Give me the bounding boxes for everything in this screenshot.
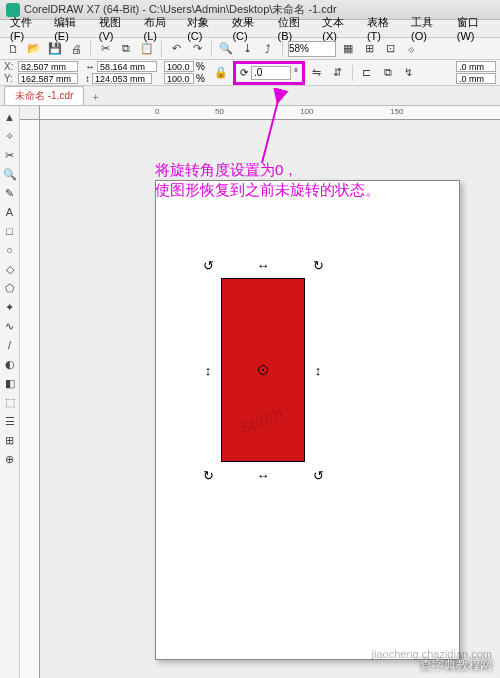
ellipse-tool-icon[interactable]: ○ [1, 241, 19, 259]
height-icon: ↕ [85, 73, 90, 84]
tool-icon[interactable]: ▦ [339, 40, 357, 58]
rotate-icon: ⟳ [240, 67, 248, 78]
scale-group: % % [164, 61, 205, 84]
pct-label: % [196, 73, 205, 84]
mirror-h-icon[interactable]: ⇋ [308, 64, 326, 82]
ruler-tick: 150 [390, 107, 403, 116]
paste-icon[interactable]: 📋 [138, 40, 156, 58]
size-group: ↔ ↕ [85, 61, 157, 84]
menu-window[interactable]: 窗口(W) [451, 15, 496, 42]
outline-a-input[interactable] [456, 61, 496, 72]
shape-tool-icon[interactable]: ✧ [1, 127, 19, 145]
rotate-handle-tr-icon[interactable]: ↻ [311, 258, 325, 272]
undo-icon[interactable]: ↶ [167, 40, 185, 58]
table-tool-icon[interactable]: ⊞ [1, 431, 19, 449]
menu-bar[interactable]: 文件(F) 编辑(E) 视图(V) 布局(L) 对象(C) 效果(C) 位图(B… [0, 20, 500, 38]
x-label: X: [4, 61, 16, 72]
print-icon[interactable]: 🖨 [67, 40, 85, 58]
scale-x-input[interactable] [164, 61, 194, 72]
tab-document[interactable]: 未命名 -1.cdr [4, 86, 84, 105]
redo-icon[interactable]: ↷ [188, 40, 206, 58]
rotate-handle-br-icon[interactable]: ↺ [311, 468, 325, 482]
freehand-tool-icon[interactable]: ✎ [1, 184, 19, 202]
rotation-center-icon[interactable] [258, 365, 268, 375]
tool-icon[interactable]: ⟐ [402, 40, 420, 58]
add-tool-icon[interactable]: ⊕ [1, 450, 19, 468]
separator [161, 41, 162, 57]
skew-handle-b-icon[interactable]: ↔ [256, 468, 270, 482]
ruler-origin[interactable] [20, 106, 40, 120]
y-input[interactable] [18, 73, 78, 84]
polygon-tool-icon[interactable]: ◇ [1, 260, 19, 278]
copy-icon[interactable]: ⧉ [117, 40, 135, 58]
transparency-tool-icon[interactable]: ◧ [1, 374, 19, 392]
separator [352, 65, 353, 81]
position-group: X: Y: [4, 61, 78, 84]
width-input[interactable] [97, 61, 157, 72]
annotation-line1: 将旋转角度设置为0， [155, 160, 380, 180]
outline-b-input[interactable] [456, 73, 496, 84]
height-input[interactable] [92, 73, 152, 84]
search-icon[interactable]: 🔍 [217, 40, 235, 58]
mirror-v-icon[interactable]: ⇵ [329, 64, 347, 82]
menu-view[interactable]: 视图(V) [93, 15, 136, 42]
curve-tool-icon[interactable]: ∿ [1, 317, 19, 335]
tool-icon[interactable]: ⊡ [381, 40, 399, 58]
zoom-select[interactable] [288, 41, 336, 57]
menu-edit[interactable]: 编辑(E) [48, 15, 91, 42]
annotation-text: 将旋转角度设置为0， 使图形恢复到之前未旋转的状态。 [155, 160, 380, 201]
lock-ratio-icon[interactable]: 🔒 [212, 64, 230, 82]
crop-tool-icon[interactable]: ✂ [1, 146, 19, 164]
annotation-line2: 使图形恢复到之前未旋转的状态。 [155, 180, 380, 200]
rotate-handle-bl-icon[interactable]: ↻ [201, 468, 215, 482]
scale-y-input[interactable] [164, 73, 194, 84]
selected-shape[interactable]: ↺ ↻ ↻ ↺ ↔ ↔ ↕ ↕ [203, 260, 323, 480]
menu-table[interactable]: 表格(T) [361, 15, 403, 42]
separator [282, 41, 283, 57]
x-input[interactable] [18, 61, 78, 72]
zoom-tool-icon[interactable]: 🔍 [1, 165, 19, 183]
tab-add-button[interactable]: + [86, 89, 104, 105]
line-tool-icon[interactable]: / [1, 336, 19, 354]
fill-tool-icon[interactable]: ◐ [1, 355, 19, 373]
text-tool-icon[interactable]: A [1, 203, 19, 221]
document-tabs: 未命名 -1.cdr + [0, 86, 500, 106]
outline-group [456, 61, 496, 84]
menu-layout[interactable]: 布局(L) [138, 15, 180, 42]
new-icon[interactable]: 🗋 [4, 40, 22, 58]
ruler-horizontal[interactable]: 0 50 100 150 [40, 106, 500, 120]
import-icon[interactable]: ⤓ [238, 40, 256, 58]
separator [90, 41, 91, 57]
ruler-vertical[interactable] [20, 120, 40, 678]
menu-bitmap[interactable]: 位图(B) [272, 15, 315, 42]
rectangle-tool-icon[interactable]: □ [1, 222, 19, 240]
order-icon[interactable]: ⧉ [379, 64, 397, 82]
menu-effect[interactable]: 效果(C) [226, 15, 269, 42]
star-tool-icon[interactable]: ✦ [1, 298, 19, 316]
skew-handle-l-icon[interactable]: ↕ [201, 363, 215, 377]
pick-tool-icon[interactable]: ▲ [1, 108, 19, 126]
outline-tool-icon[interactable]: ☰ [1, 412, 19, 430]
y-label: Y: [4, 73, 16, 84]
cut-icon[interactable]: ✂ [96, 40, 114, 58]
rotate-handle-tl-icon[interactable]: ↺ [201, 258, 215, 272]
menu-file[interactable]: 文件(F) [4, 15, 46, 42]
watermark-main: 查字典教程网 [420, 657, 492, 674]
basic-shapes-tool-icon[interactable]: ⬠ [1, 279, 19, 297]
skew-handle-r-icon[interactable]: ↕ [311, 363, 325, 377]
eyedropper-tool-icon[interactable]: ⬚ [1, 393, 19, 411]
wrap-icon[interactable]: ↯ [400, 64, 418, 82]
align-icon[interactable]: ⊏ [358, 64, 376, 82]
open-icon[interactable]: 📂 [25, 40, 43, 58]
tool-icon[interactable]: ⊞ [360, 40, 378, 58]
ruler-tick: 0 [155, 107, 159, 116]
menu-object[interactable]: 对象(C) [181, 15, 224, 42]
menu-tools[interactable]: 工具(O) [405, 15, 449, 42]
ruler-tick: 50 [215, 107, 224, 116]
degree-label: ° [294, 67, 298, 78]
export-icon[interactable]: ⤴ [259, 40, 277, 58]
save-icon[interactable]: 💾 [46, 40, 64, 58]
rotation-input[interactable] [251, 66, 291, 80]
skew-handle-t-icon[interactable]: ↔ [256, 258, 270, 272]
menu-text[interactable]: 文本(X) [316, 15, 359, 42]
